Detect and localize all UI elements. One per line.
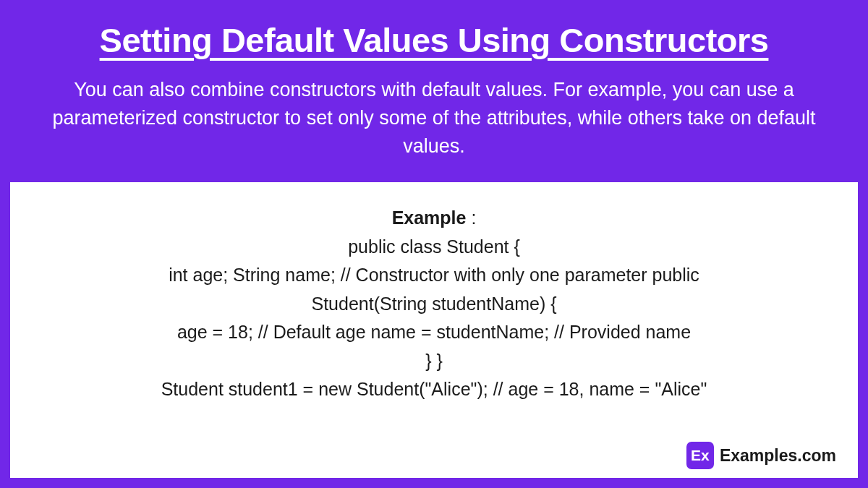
logo-icon-text: Ex [691, 447, 710, 464]
page-description: You can also combine constructors with d… [43, 76, 825, 160]
logo-icon: Ex [686, 442, 714, 469]
code-line: int age; String name; // Constructor wit… [32, 261, 836, 290]
slide-container: Setting Default Values Using Constructor… [0, 0, 868, 488]
header-section: Setting Default Values Using Constructor… [0, 0, 868, 182]
example-content: Example : public class Student { int age… [32, 204, 836, 404]
code-line: public class Student { [32, 233, 836, 262]
example-colon: : [466, 207, 476, 228]
code-line: Student(String studentName) { [32, 290, 836, 319]
example-label: Example [392, 207, 467, 228]
example-box: Example : public class Student { int age… [10, 182, 858, 478]
page-title: Setting Default Values Using Constructor… [29, 20, 839, 60]
code-line: Student student1 = new Student("Alice");… [32, 375, 836, 404]
example-label-line: Example : [32, 204, 836, 233]
logo-brand-text: Examples.com [720, 446, 836, 466]
code-line: age = 18; // Default age name = studentN… [32, 318, 836, 347]
logo-container: Ex Examples.com [686, 442, 836, 469]
code-line: } } [32, 347, 836, 376]
